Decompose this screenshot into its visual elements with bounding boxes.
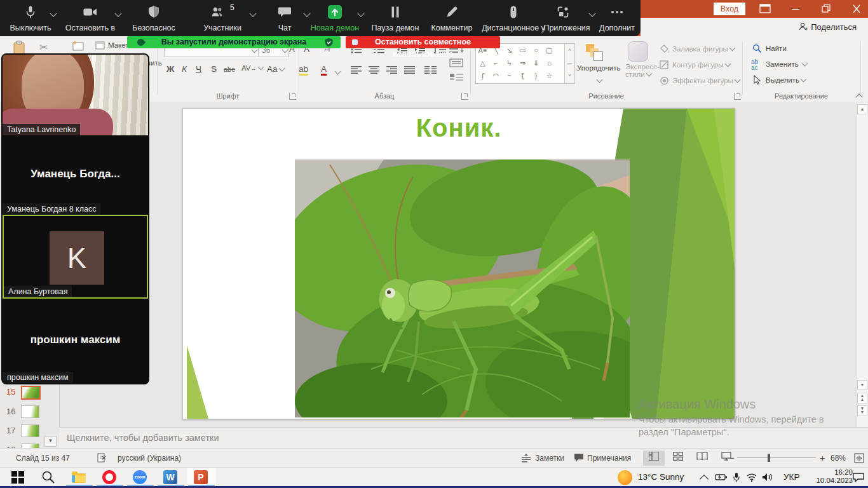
font-dialog-launcher[interactable]	[289, 93, 296, 100]
chevron-down-icon[interactable]	[249, 10, 256, 17]
drawing-dialog-launcher[interactable]	[734, 93, 741, 100]
grasshopper-photo[interactable]	[295, 159, 630, 417]
reading-view-button[interactable]	[691, 451, 713, 466]
slide-canvas[interactable]: Коник.	[182, 108, 735, 419]
quick-styles-button[interactable]: Экспресс-стили	[625, 63, 660, 78]
mute-button[interactable]: Выключить	[5, 3, 56, 34]
new-share-button[interactable]: Новая демон	[309, 3, 361, 34]
slide-scrollbar[interactable]	[857, 103, 868, 427]
chevron-down-icon[interactable]	[357, 10, 364, 17]
previous-slide-button[interactable]: ▲▲	[857, 393, 867, 403]
video-tile-alina-active-speaker[interactable]: K Алина Буртовая	[3, 215, 148, 299]
font-color-chevron[interactable]	[335, 69, 341, 75]
pause-share-button[interactable]: Пауза демон	[365, 3, 426, 34]
chevron-down-icon[interactable]	[50, 10, 57, 17]
stop-share-button[interactable]: Остановить совместное использование	[346, 36, 500, 48]
apps-button[interactable]: Приложения	[538, 3, 596, 34]
justify-icon[interactable]	[404, 65, 416, 74]
next-slide-button[interactable]: ▼▼	[857, 405, 867, 416]
notes-toggle[interactable]: Заметки	[535, 454, 564, 463]
notes-pane[interactable]: Щелкните, чтобы добавить заметки	[59, 427, 868, 449]
security-button[interactable]: Безопаснос	[125, 3, 183, 34]
bold-button[interactable]: Ж	[166, 64, 174, 74]
start-button[interactable]	[4, 468, 33, 487]
arrange-button[interactable]: Упорядочить	[577, 64, 620, 72]
align-left-icon[interactable]	[351, 65, 362, 74]
columns-icon[interactable]	[424, 65, 437, 74]
shape-outline-button[interactable]: Контур фигуры	[672, 61, 730, 69]
fit-to-window-icon[interactable]	[854, 453, 864, 463]
video-tile-umanets[interactable]: Уманець Богда... Уманець Богдан 8 класс	[3, 135, 148, 215]
clock[interactable]: 16:20 10.04.2023	[816, 468, 853, 485]
zoom-in-button[interactable]: +	[820, 452, 825, 463]
chevron-down-icon[interactable]	[114, 10, 121, 17]
scroll-up-button[interactable]: ▲	[857, 104, 867, 114]
slide-title[interactable]: Коник.	[183, 114, 735, 142]
underline-button[interactable]: Ч	[196, 64, 201, 74]
wifi-icon[interactable]	[746, 473, 757, 482]
video-tile-proshkin[interactable]: прошкин максим прошкин максим	[3, 299, 148, 383]
weather-sun-icon[interactable]	[618, 470, 632, 485]
thumbnail-slide-16[interactable]	[21, 405, 39, 418]
scroll-down-button[interactable]: ▼	[857, 380, 867, 390]
ribbon-display-options-icon[interactable]	[757, 3, 773, 15]
change-case-button[interactable]: Aa	[267, 64, 284, 74]
font-color-button[interactable]: А	[321, 64, 327, 76]
highlight-color-button[interactable]: ab	[299, 64, 308, 76]
zoom-out-button[interactable]: −	[729, 452, 735, 463]
shape-effects-button[interactable]: Эффекты фигуры	[672, 77, 740, 85]
battery-icon[interactable]	[715, 473, 728, 482]
align-right-icon[interactable]	[386, 65, 398, 74]
share-button[interactable]: Поделиться	[799, 22, 857, 32]
comments-toggle[interactable]: Примечания	[587, 454, 631, 463]
zoom-level[interactable]: 68%	[831, 454, 846, 463]
arrange-chevron[interactable]	[597, 74, 602, 86]
taskbar-file-explorer[interactable]	[65, 468, 94, 487]
strikethrough-button[interactable]: abc	[224, 65, 235, 73]
thumbnail-slide-17[interactable]	[21, 424, 39, 437]
cut-icon[interactable]: ✂	[39, 41, 48, 53]
convert-smartart-icon[interactable]	[449, 72, 465, 82]
tray-expand-chevron-icon[interactable]	[700, 475, 709, 484]
sign-in-button[interactable]: Вход	[714, 3, 745, 15]
shape-fill-button[interactable]: Заливка фигуры	[672, 45, 735, 53]
taskbar-word[interactable]: W	[156, 468, 186, 487]
character-spacing-button[interactable]: AV↔	[241, 64, 263, 72]
chevron-down-icon[interactable]	[588, 10, 595, 17]
taskbar-powerpoint[interactable]: P	[187, 468, 216, 487]
replace-button[interactable]: Заменить	[766, 60, 807, 68]
spellcheck-icon[interactable]	[97, 453, 107, 463]
speaker-icon[interactable]	[762, 472, 773, 482]
participants-video-panel[interactable]: Tatyana Lavrinenko Уманець Богда... Уман…	[1, 53, 149, 384]
text-shadow-button[interactable]: S	[211, 64, 217, 74]
normal-view-button[interactable]	[643, 451, 665, 466]
language-status[interactable]: русский (Украина)	[118, 454, 181, 463]
thumbnail-scroll-down-button[interactable]: ▼	[44, 436, 57, 447]
video-tile-tatyana[interactable]: Tatyana Lavrinenko	[3, 55, 148, 135]
zoom-slider-thumb[interactable]	[768, 454, 770, 462]
taskbar-opera[interactable]	[95, 468, 125, 487]
select-button[interactable]: Выделить	[766, 76, 806, 84]
tray-microphone-icon[interactable]	[732, 472, 741, 482]
restore-icon[interactable]	[818, 3, 834, 15]
weather-text[interactable]: 13°C Sunny	[638, 472, 684, 482]
align-center-icon[interactable]	[369, 65, 380, 74]
taskbar-search-button[interactable]	[34, 468, 64, 487]
slide-sorter-view-button[interactable]	[667, 451, 689, 466]
collapse-ribbon-button[interactable]	[857, 95, 863, 98]
language-indicator[interactable]: УКР	[783, 472, 799, 482]
stop-video-button[interactable]: Остановить в	[58, 3, 122, 34]
shapes-gallery[interactable]: A≡╲↘▭○▢△⌐↳⇒⇓⌂ʃ◠~{}☆	[475, 43, 566, 84]
close-icon[interactable]	[849, 3, 864, 15]
more-button[interactable]: Дополнит	[596, 3, 638, 34]
taskbar-zoom[interactable]: zoom	[126, 468, 155, 487]
thumbnail-slide-15[interactable]	[21, 386, 41, 400]
italic-button[interactable]: К	[182, 64, 187, 74]
chat-button[interactable]: Чат	[264, 3, 306, 34]
action-center-icon[interactable]	[853, 473, 864, 482]
paragraph-dialog-launcher[interactable]	[461, 93, 468, 100]
participants-button[interactable]: 5 Участники	[189, 3, 255, 34]
find-button[interactable]: Найти	[766, 44, 787, 52]
shapes-gallery-scroll[interactable]: ˄—˅	[564, 43, 575, 84]
minimize-icon[interactable]	[788, 3, 803, 15]
